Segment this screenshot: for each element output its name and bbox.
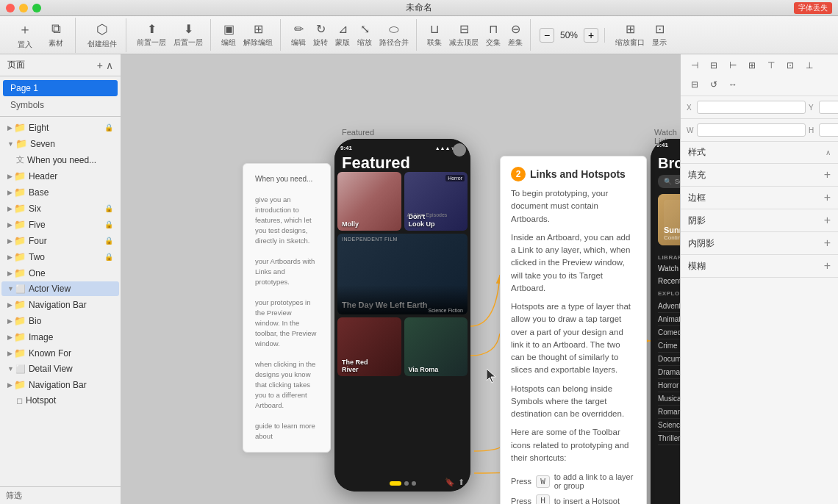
- filter-label[interactable]: 筛选: [6, 490, 22, 501]
- align-center-v-button[interactable]: ⊡: [782, 57, 798, 73]
- mask-button[interactable]: ⊿ 蒙版: [332, 19, 353, 51]
- blur-section-header[interactable]: 模糊 +: [681, 255, 838, 278]
- insert-button[interactable]: ＋ 置入: [10, 18, 40, 53]
- genre-crime[interactable]: Crime: [658, 339, 680, 353]
- ungroup-button[interactable]: ⊞ 解除编组: [240, 19, 276, 51]
- back-button[interactable]: ⬇ 后置一层: [171, 19, 206, 51]
- layer-when-you-need[interactable]: 文 When you need...: [1, 152, 119, 168]
- card-dontlookup-title: Don't Look Up: [409, 213, 464, 228]
- genre-scifi[interactable]: Science Fiction: [658, 419, 680, 432]
- zoom-minus-button[interactable]: −: [540, 28, 554, 43]
- inner-shadow-add-button[interactable]: +: [824, 237, 831, 250]
- minimize-button[interactable]: [19, 4, 28, 12]
- genre-animation[interactable]: Animation: [658, 313, 680, 326]
- page-item-page1[interactable]: Page 1: [3, 80, 118, 96]
- display-button[interactable]: ⊡ 显示: [649, 19, 670, 51]
- layer-four[interactable]: ▶ 📁 Four 🔒: [1, 233, 119, 248]
- material-button[interactable]: ⧉ 素材: [41, 18, 71, 51]
- genre-musical[interactable]: Musical: [658, 392, 680, 406]
- collapse-pages-button[interactable]: ∧: [106, 60, 113, 71]
- layer-header[interactable]: ▶ 📁 Header: [1, 168, 119, 184]
- w-input[interactable]: [697, 123, 806, 137]
- rotate-button[interactable]: ↻ 旋转: [310, 19, 331, 51]
- distribute-v-button[interactable]: ⊟: [687, 76, 703, 93]
- fill-add-button[interactable]: +: [824, 168, 831, 181]
- folder-icon: 📁: [14, 348, 26, 359]
- maximize-button[interactable]: [32, 4, 41, 12]
- align-top-button[interactable]: ⊤: [763, 57, 779, 73]
- layer-known-for[interactable]: ▶ 📁 Known For: [1, 345, 119, 361]
- scale-button[interactable]: ⤡ 缩放: [354, 19, 375, 51]
- layer-detail-nav-bar[interactable]: ▶ 📁 Navigation Bar: [1, 377, 119, 392]
- h-input[interactable]: [819, 123, 838, 137]
- card-red-river[interactable]: The Red River: [337, 317, 401, 376]
- distribute-h-button[interactable]: ⊞: [744, 57, 760, 73]
- watchlist-item-1[interactable]: Recently Watched: [651, 275, 680, 287]
- style-section-header[interactable]: 样式 ∧: [681, 142, 838, 164]
- border-section-header[interactable]: 边框 +: [681, 187, 838, 209]
- layer-seven[interactable]: ▼ 📁 Seven: [1, 136, 119, 151]
- zoom-plus-button[interactable]: +: [584, 28, 598, 43]
- edit-button[interactable]: ✏ 编辑: [288, 19, 309, 51]
- layer-actor-view[interactable]: ▼ ⬜ Actor View: [1, 281, 119, 296]
- flatten-button[interactable]: ⬭ 路径合并: [376, 20, 412, 51]
- folder-icon: 📁: [14, 235, 26, 246]
- union-button[interactable]: ⊔ 联集: [424, 19, 445, 51]
- genre-romance[interactable]: Romance: [658, 406, 680, 419]
- collapse-window-button[interactable]: ⊞ 缩放窗口: [612, 19, 648, 51]
- align-left-button[interactable]: ⊣: [687, 57, 703, 73]
- layer-base[interactable]: ▶ 📁 Base: [1, 184, 119, 200]
- fill-section-header[interactable]: 填充 +: [681, 164, 838, 187]
- subtract-button[interactable]: ⊟ 减去顶层: [446, 19, 481, 51]
- align-right-button[interactable]: ⊢: [725, 57, 741, 73]
- layer-label: Known For: [29, 348, 113, 359]
- card-molly[interactable]: Molly: [337, 172, 401, 231]
- inner-shadow-section-header[interactable]: 内阴影 +: [681, 232, 838, 255]
- layer-six[interactable]: ▶ 📁 Six 🔒: [1, 201, 119, 216]
- traffic-lights[interactable]: [6, 4, 41, 12]
- rotate-right-button[interactable]: ↺: [706, 76, 722, 93]
- watchlist-banner[interactable]: Sunrise Sunset Continue Watching: [658, 194, 680, 245]
- shadow-section-header[interactable]: 阴影 +: [681, 209, 838, 232]
- add-page-button[interactable]: +: [97, 60, 103, 71]
- watchlist-item-0[interactable]: Watch List: [651, 262, 680, 275]
- y-input[interactable]: [819, 101, 838, 114]
- intersect-button[interactable]: ⊓ 交集: [483, 19, 504, 51]
- layer-five[interactable]: ▶ 📁 Five 🔒: [1, 217, 119, 232]
- card-day-we-left-earth[interactable]: INDEPENDENT FILM The Day We Left Earth S…: [337, 234, 468, 314]
- group-button[interactable]: ▣ 编组: [218, 19, 239, 51]
- layer-bio[interactable]: ▶ 📁 Bio: [1, 313, 119, 328]
- genre-drama[interactable]: Drama: [658, 366, 680, 379]
- genre-adventure[interactable]: Adventure: [658, 300, 680, 313]
- watchlist-search[interactable]: 🔍 Search: [658, 175, 680, 188]
- genre-documentary[interactable]: Documentarty: [658, 353, 680, 366]
- canvas[interactable]: Featured 9:41 ▲▲▲ wifi ▮ Featured: [121, 54, 680, 504]
- close-button[interactable]: [6, 4, 15, 12]
- genre-comedy[interactable]: Comedy: [658, 326, 680, 339]
- layer-two[interactable]: ▶ 📁 Two 🔒: [1, 249, 119, 264]
- create-component-button[interactable]: ⬡ 创建组件: [83, 18, 121, 52]
- align-bottom-button[interactable]: ⊥: [801, 57, 817, 73]
- x-input[interactable]: [697, 101, 806, 114]
- border-add-button[interactable]: +: [824, 191, 831, 204]
- layer-nav-bar[interactable]: ▶ 📁 Navigation Bar: [1, 297, 119, 312]
- layer-detail-view[interactable]: ▼ ⬜ Detail View: [1, 361, 119, 376]
- card-dont-look-up[interactable]: Horror All-New Episodes Don't Look Up: [404, 172, 468, 231]
- page-item-symbols[interactable]: Symbols: [3, 97, 118, 113]
- align-center-h-button[interactable]: ⊟: [706, 57, 722, 73]
- card-via-roma[interactable]: Via Roma: [404, 317, 468, 376]
- lock-icon: 🔒: [104, 237, 113, 245]
- genre-horror[interactable]: Horror: [658, 379, 680, 392]
- blur-add-button[interactable]: +: [824, 259, 831, 273]
- shadow-add-button[interactable]: +: [824, 214, 831, 227]
- genre-thriller[interactable]: Thriller: [658, 432, 680, 445]
- layer-one[interactable]: ▶ 📁 One: [1, 265, 119, 281]
- layer-image[interactable]: ▶ 📁 Image: [1, 329, 119, 345]
- front-button[interactable]: ⬆ 前置一层: [134, 19, 169, 51]
- flip-h-button[interactable]: ↔: [725, 76, 741, 93]
- layer-eight[interactable]: ▶ 📁 Eight 🔒: [1, 120, 119, 135]
- layer-hotspot[interactable]: ◻ Hotspot: [1, 393, 119, 408]
- diff-button[interactable]: ⊖ 差集: [505, 19, 526, 51]
- view-ops-group: ⊞ 缩放窗口 ⊡ 显示: [608, 19, 674, 51]
- style-title: 样式: [688, 146, 706, 159]
